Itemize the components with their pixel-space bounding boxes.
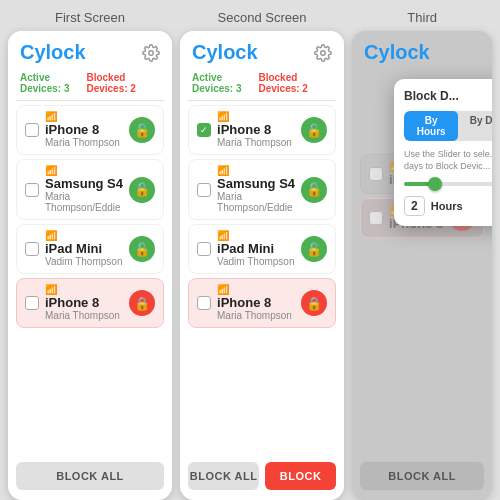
second-device-1-name: iPhone 8 [217,122,295,137]
popup-tabs: By Hours By D... [404,111,492,141]
block-duration-popup: Block D... By Hours By D... Use the Slid… [394,79,492,226]
screens-container: First Screen Cylock Active Devices: 3 Bl… [0,0,500,500]
first-device-4-user: Maria Thompson [45,310,123,321]
second-stats-blocked: Blocked Devices: 2 [258,72,332,94]
second-device-1-checkbox[interactable] [197,123,211,137]
third-bottom-area: BLOCK ALL [352,456,492,500]
first-device-2-checkbox[interactable] [25,183,39,197]
second-gear-icon[interactable] [314,44,332,62]
first-device-3[interactable]: 📶 iPad Mini Vadim Thompson 🔓 [16,224,164,274]
first-device-4-info: 📶 iPhone 8 Maria Thompson [45,285,123,321]
first-device-2-user: Maria Thompson/Eddie [45,191,123,213]
first-block-all-button[interactable]: BLOCK ALL [16,462,164,490]
first-device-2-signal: 📶 [45,166,123,176]
third-screen-label: Third [407,10,437,25]
second-device-1-signal: 📶 [217,112,295,122]
second-device-2-name: Samsung S4 [217,176,295,191]
second-device-3-user: Vadim Thompson [217,256,295,267]
slider-value-box: 2 [404,196,425,216]
first-device-3-checkbox[interactable] [25,242,39,256]
first-app-header: Cylock [8,31,172,70]
slider-unit: Hours [431,200,463,212]
first-device-3-name: iPad Mini [45,241,123,256]
second-device-2-user: Maria Thompson/Eddie [217,191,295,213]
second-app-header: Cylock [180,31,344,70]
second-device-2-checkbox[interactable] [197,183,211,197]
third-screen-wrapper: Third Cylock Block D... By Hours By D...… [352,10,492,500]
first-device-1[interactable]: 📶 iPhone 8 Maria Thompson 🔓 [16,105,164,155]
first-device-4-lock[interactable]: 🔒 [129,290,155,316]
second-device-list: 📶 iPhone 8 Maria Thompson 🔓 📶 Samsung S4… [180,101,344,456]
first-device-3-user: Vadim Thompson [45,256,123,267]
second-device-1-info: 📶 iPhone 8 Maria Thompson [217,112,295,148]
first-stats-active: Active Devices: 3 [20,72,86,94]
popup-description: Use the Slider to sele... or days to Blo… [404,149,492,172]
slider-container [404,182,492,186]
second-stats-active: Active Devices: 3 [192,72,258,94]
second-device-3-signal: 📶 [217,231,295,241]
first-screen-label: First Screen [55,10,125,25]
second-device-2-info: 📶 Samsung S4 Maria Thompson/Eddie [217,166,295,213]
first-device-1-signal: 📶 [45,112,123,122]
slider-track [404,182,492,186]
first-device-3-signal: 📶 [45,231,123,241]
gear-icon[interactable] [142,44,160,62]
first-device-2-info: 📶 Samsung S4 Maria Thompson/Eddie [45,166,123,213]
first-device-list: 📶 iPhone 8 Maria Thompson 🔓 📶 Samsung S4… [8,101,172,456]
first-stats-blocked: Blocked Devices: 2 [86,72,160,94]
second-screen-label: Second Screen [218,10,307,25]
third-device-1-checkbox [369,167,383,181]
second-device-3-info: 📶 iPad Mini Vadim Thompson [217,231,295,267]
first-device-4-signal: 📶 [45,285,123,295]
first-device-4-name: iPhone 8 [45,295,123,310]
second-device-3-name: iPad Mini [217,241,295,256]
second-device-1-user: Maria Thompson [217,137,295,148]
second-device-2-lock[interactable]: 🔓 [301,177,327,203]
first-device-1-lock[interactable]: 🔓 [129,117,155,143]
second-device-4-checkbox[interactable] [197,296,211,310]
popup-tab-hours[interactable]: By Hours [404,111,458,141]
slider-thumb[interactable] [428,177,442,191]
third-block-all-button[interactable]: BLOCK ALL [360,462,484,490]
third-app-title: Cylock [364,41,430,64]
second-stats-bar: Active Devices: 3 Blocked Devices: 2 [180,70,344,100]
second-device-3-checkbox[interactable] [197,242,211,256]
second-device-3-lock[interactable]: 🔓 [301,236,327,262]
second-device-2[interactable]: 📶 Samsung S4 Maria Thompson/Eddie 🔓 [188,159,336,220]
first-bottom-area: BLOCK ALL [8,456,172,500]
second-device-1[interactable]: 📶 iPhone 8 Maria Thompson 🔓 [188,105,336,155]
second-device-1-lock[interactable]: 🔓 [301,117,327,143]
popup-value: 2 Hours [404,196,492,216]
first-device-3-info: 📶 iPad Mini Vadim Thompson [45,231,123,267]
first-device-4-checkbox[interactable] [25,296,39,310]
second-device-4[interactable]: 📶 iPhone 8 Maria Thompson 🔒 [188,278,336,328]
second-device-4-lock[interactable]: 🔒 [301,290,327,316]
second-device-4-signal: 📶 [217,285,295,295]
second-block-button[interactable]: BLOCK [265,462,336,490]
third-device-2-checkbox [369,211,383,225]
svg-point-1 [321,50,326,55]
second-device-3[interactable]: 📶 iPad Mini Vadim Thompson 🔓 [188,224,336,274]
first-app-title: Cylock [20,41,86,64]
first-device-1-info: 📶 iPhone 8 Maria Thompson [45,112,123,148]
third-app-header: Cylock [352,31,492,70]
second-device-4-name: iPhone 8 [217,295,295,310]
svg-point-0 [149,50,154,55]
first-stats-bar: Active Devices: 3 Blocked Devices: 2 [8,70,172,100]
second-block-all-button[interactable]: BLOCK ALL [188,462,259,490]
second-device-2-signal: 📶 [217,166,295,176]
popup-title: Block D... [404,89,492,103]
first-device-1-checkbox[interactable] [25,123,39,137]
second-device-4-user: Maria Thompson [217,310,295,321]
second-screen-wrapper: Second Screen Cylock Active Devices: 3 B… [180,10,344,500]
first-device-4[interactable]: 📶 iPhone 8 Maria Thompson 🔒 [16,278,164,328]
first-device-2-lock[interactable]: 🔓 [129,177,155,203]
first-device-2-name: Samsung S4 [45,176,123,191]
first-device-1-name: iPhone 8 [45,122,123,137]
second-phone-frame: Cylock Active Devices: 3 Blocked Devices… [180,31,344,500]
popup-tab-days[interactable]: By D... [458,111,492,141]
second-device-4-info: 📶 iPhone 8 Maria Thompson [217,285,295,321]
second-app-title: Cylock [192,41,258,64]
first-device-3-lock[interactable]: 🔓 [129,236,155,262]
first-device-2[interactable]: 📶 Samsung S4 Maria Thompson/Eddie 🔓 [16,159,164,220]
